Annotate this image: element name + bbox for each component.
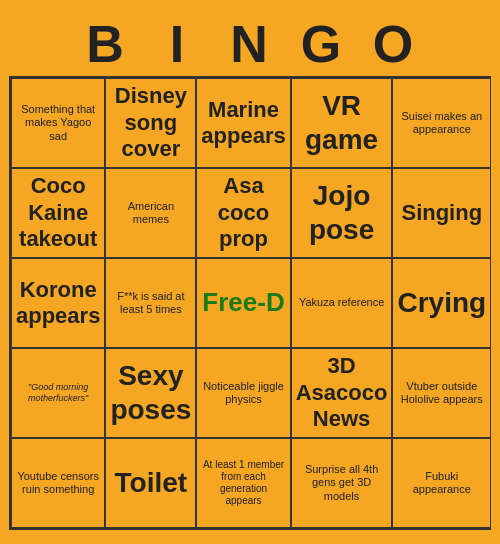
cell-r3-c2: Noticeable jiggle physics — [196, 348, 290, 438]
cell-r3-c3: 3D Asacoco News — [291, 348, 393, 438]
bingo-title: B I N G O — [9, 14, 491, 74]
bingo-card: B I N G O Something that makes Yagoo sad… — [5, 10, 495, 534]
cell-r1-c3: Jojo pose — [291, 168, 393, 258]
cell-r3-c4: Vtuber outside Hololive appears — [392, 348, 491, 438]
cell-r2-c3: Yakuza reference — [291, 258, 393, 348]
cell-r3-c0: "Good morning motherfuckers" — [11, 348, 105, 438]
title-i: I — [142, 14, 214, 74]
cell-r0-c1: Disney song cover — [105, 78, 196, 168]
cell-r1-c2: Asa coco prop — [196, 168, 290, 258]
cell-r2-c2: Free-D — [196, 258, 290, 348]
cell-r0-c3: VR game — [291, 78, 393, 168]
cell-r3-c1: Sexy poses — [105, 348, 196, 438]
cell-r1-c0: Coco Kaine takeout — [11, 168, 105, 258]
cell-r4-c0: Youtube censors ruin something — [11, 438, 105, 528]
cell-r2-c0: Korone appears — [11, 258, 105, 348]
cell-r2-c1: F**k is said at least 5 times — [105, 258, 196, 348]
cell-r4-c2: At least 1 member from each generation a… — [196, 438, 290, 528]
title-b: B — [70, 14, 142, 74]
cell-r4-c3: Surprise all 4th gens get 3D models — [291, 438, 393, 528]
title-o: O — [358, 14, 430, 74]
cell-r2-c4: Crying — [392, 258, 491, 348]
cell-r1-c4: Singing — [392, 168, 491, 258]
cell-r0-c4: Suisei makes an appearance — [392, 78, 491, 168]
cell-r4-c1: Toilet — [105, 438, 196, 528]
cell-r1-c1: American memes — [105, 168, 196, 258]
cell-r0-c0: Something that makes Yagoo sad — [11, 78, 105, 168]
title-n: N — [214, 14, 286, 74]
bingo-grid: Something that makes Yagoo sadDisney son… — [9, 76, 491, 530]
title-g: G — [286, 14, 358, 74]
cell-r4-c4: Fubuki appearance — [392, 438, 491, 528]
cell-r0-c2: Marine appears — [196, 78, 290, 168]
